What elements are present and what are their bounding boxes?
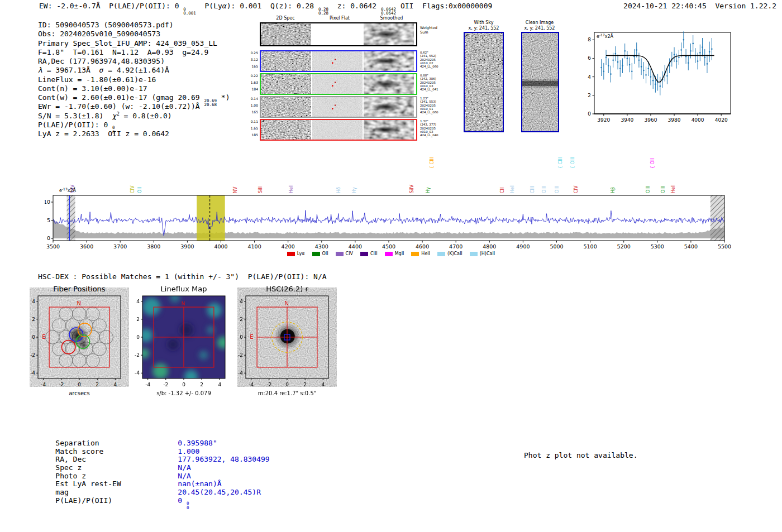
legend-item: OII — [312, 251, 328, 256]
legend-swatch — [336, 252, 344, 256]
text: Primary Spec_Slot_IFU_AMP: 424_039_053_L… — [38, 39, 217, 47]
cleanimage-title: Clean Image x, y: 241, 552 — [518, 20, 561, 31]
svg-text:0: 0 — [182, 382, 185, 387]
emission-line-label: OII — [137, 187, 142, 193]
match-table: Separation0.395988" Match score1.000 RA,… — [38, 430, 270, 496]
withsky-title-xy: x, y: 241, 552 — [462, 26, 505, 31]
spec2d-row-annotation: v010_02 — [420, 61, 451, 65]
svg-text:3920: 3920 — [597, 117, 610, 123]
svg-text:-4: -4 — [145, 382, 150, 387]
svg-text:4020: 4020 — [715, 117, 728, 123]
svg-text:-2: -2 — [59, 382, 64, 387]
svg-text:-2: -2 — [135, 352, 140, 358]
spectrum-line — [51, 210, 727, 236]
text: ID: 5090040573 (5090040573.pdf) — [38, 21, 174, 29]
svg-text:e-17x2Å: e-17x2Å — [59, 187, 77, 193]
spec2d-row-weight: 184 — [246, 87, 258, 91]
text: = 0.8(±0.0) — [120, 112, 172, 120]
legend-item: (K)CaII — [437, 251, 462, 256]
cleanimage-title-xy: x, y: 241, 552 — [518, 26, 561, 31]
legend-item: MgII — [385, 251, 404, 256]
spec2d-row-annotation: 424_LL_060 — [420, 111, 451, 114]
text: F=1.8" T=0.161 N=1.12 A=0.93 g=24.9 — [38, 48, 208, 56]
text: P(Ly — [196, 2, 222, 10]
text: P(LAE)/P(OII): 0 — [38, 121, 112, 129]
match-table-value: nan(±nan)Å — [178, 480, 221, 488]
spec2d-col-header: Smoothed — [380, 16, 403, 21]
match-table-label: Spec z — [55, 463, 178, 472]
stacked-uncertainty: 00.001 — [183, 7, 196, 16]
spec2d-row — [260, 96, 417, 118]
text: EWr = -1.70(±0.60) (w: -2.10(±0.72))Å — [38, 102, 200, 111]
emission-line-label: HeII — [510, 184, 515, 193]
cutout-title: HSC(26.2) r — [266, 285, 308, 293]
cutout-xlabel: m:20.4 re:1.7" s:0.5" — [258, 390, 317, 396]
spec2d-image — [261, 97, 311, 117]
spec2d-row-annotation: (241, 552) — [420, 54, 451, 57]
legend-item: HeII — [411, 251, 430, 256]
legend-swatch — [411, 252, 419, 256]
spec2d-row — [260, 50, 417, 72]
legend-item: CIV — [336, 251, 353, 256]
header-summary-line: EW: -2.0±-0.7Å P(LAE)/P(OII): 0 00.001 P… — [39, 2, 492, 16]
svg-text:6: 6 — [588, 55, 591, 61]
line-fit-inset-svg: 39203940396039804000402002468e-17x2Å — [575, 25, 737, 133]
emission-line-label: { CIII — [430, 157, 435, 169]
text: EW: -2.0±-0.7Å P(LAE)/P(OII): 0 — [39, 2, 183, 10]
noise-image — [261, 51, 311, 71]
match-table-label: RA, Dec — [55, 455, 178, 463]
svg-text:5100: 5100 — [584, 243, 597, 250]
info-line: Obs: 20240205v010_5090040573 — [38, 30, 230, 39]
svg-text:0: 0 — [47, 235, 50, 241]
spec2d-image — [261, 23, 311, 45]
spec2d-row-annotation: v010_01 — [420, 107, 451, 111]
edge-mask-band — [67, 195, 75, 241]
noise-image — [261, 23, 311, 45]
cleanimage-title-line1: Clean Image — [518, 20, 561, 26]
info-line: Cont(n) = 3.10(±0.00)e-17 — [38, 84, 230, 93]
svg-text:5: 5 — [47, 217, 50, 223]
spec2d-row-annotation: 20240205 — [420, 127, 451, 130]
spec2d-row-annotation: (243, 377) — [420, 123, 451, 126]
svg-text:-2: -2 — [238, 352, 243, 358]
svg-text:0: 0 — [78, 382, 81, 387]
stacked-uncertainty: 20.6920.68 — [204, 99, 217, 108]
emission-line-label: OIII — [555, 186, 560, 193]
svg-text:5200: 5200 — [617, 243, 631, 250]
spec2d-row-annotation: 0.88" — [420, 74, 451, 77]
emission-line-label: HeII — [289, 184, 294, 193]
stacked-uncertainty: 0.06420.0642 — [381, 7, 396, 16]
svg-text:N: N — [182, 301, 185, 306]
svg-text:0: 0 — [136, 334, 140, 340]
match-table-value: 177.963922, 48.830499 — [178, 455, 269, 463]
cutout-title: Fiber Positions — [53, 285, 105, 293]
smoothed-image — [364, 51, 414, 71]
legend-swatch — [470, 252, 478, 256]
match-table-value: 20.45(20.45,20.45)R — [178, 488, 261, 496]
spectrum-legend: LyαOIICIVCIIIMgIIHeII(K)CaII(H)CaII — [257, 251, 525, 256]
spec2d-image — [261, 74, 311, 94]
match-table-value: 0.395988" — [178, 439, 217, 447]
spec2d-row-annotation: Sum — [420, 30, 451, 35]
header-datetime-version: 2024-10-21 22:40:45 Version 1.22.2 — [623, 2, 776, 10]
emission-line-label: SiII — [258, 186, 263, 193]
emission-line-label: NV — [233, 186, 238, 193]
lineflux-map-panel: N-4-4-2-2002244Lineflux Maps/b: -1.32 +/… — [126, 285, 243, 397]
spec2d-col-header: 2D Spec — [276, 16, 294, 21]
legend-swatch — [312, 252, 320, 256]
svg-text:2: 2 — [588, 93, 591, 98]
svg-text:-4: -4 — [135, 370, 140, 376]
info-line: LyA z = 2.2633 OII z = 0.0642 — [38, 130, 230, 138]
photz-note: Phot z plot not available. — [524, 451, 638, 459]
noise-image — [364, 97, 414, 117]
spec2d-row-weight: 1.65 — [246, 126, 258, 130]
svg-text:-2: -2 — [30, 352, 35, 358]
noise-image — [261, 74, 311, 94]
info-line: F=1.8" T=0.161 N=1.12 A=0.93 g=24.9 — [38, 48, 230, 57]
svg-text:4300: 4300 — [315, 243, 328, 250]
svg-text:4200: 4200 — [282, 243, 295, 250]
svg-text:2: 2 — [32, 317, 35, 322]
legend-item: CIII — [360, 251, 378, 256]
svg-text:2: 2 — [96, 382, 99, 387]
spec2d-row-annotation: 1.23" — [420, 97, 451, 100]
